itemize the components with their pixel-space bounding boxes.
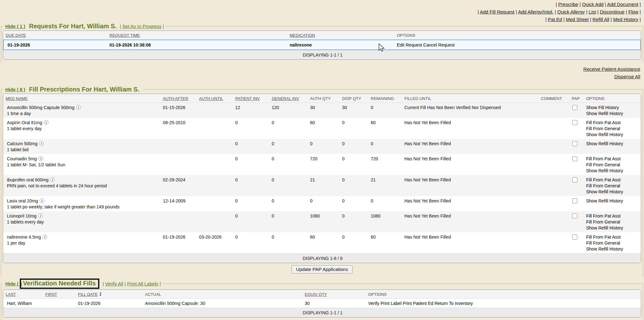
fill-date-cell: 01-19-2026: [75, 299, 142, 308]
row-options: Fill From Pat Asst Fill From General Sho…: [586, 234, 638, 252]
quick-add-link[interactable]: Quick Add: [582, 2, 603, 7]
add-fill-request-link[interactable]: Add Fill Request: [480, 9, 514, 14]
fill-from-pat-asst-link[interactable]: Fill From Pat Asst: [586, 177, 638, 183]
discontinue-link[interactable]: Discontinue: [600, 9, 625, 14]
show-refill-history-link[interactable]: Show Refill History: [586, 198, 638, 204]
edit-request-link[interactable]: Edit Request: [397, 42, 422, 47]
med-sheet-link[interactable]: Med Sheet: [566, 17, 589, 22]
med-name-cell: Lasix oral 20mgi 1 tablet po weekly; tak…: [3, 196, 160, 211]
hide-fill-link[interactable]: Hide ( 8 ): [5, 87, 25, 92]
fill-from-general-link[interactable]: Fill From General: [586, 240, 638, 246]
sort-icon: ↧: [99, 292, 103, 297]
info-icon[interactable]: i: [38, 156, 43, 161]
column-header[interactable]: EQUIV QTY: [302, 290, 366, 299]
auth-qty-cell: 21: [308, 175, 340, 196]
show-refill-history-link[interactable]: Show Refill History: [586, 132, 638, 138]
column-header[interactable]: FIRST: [43, 290, 75, 299]
add-document-link[interactable]: Add Document: [607, 2, 638, 7]
fill-from-pat-asst-link[interactable]: Fill From Pat Asst: [586, 213, 638, 219]
verify-link[interactable]: Verify: [368, 301, 379, 306]
print-patient-ed-link[interactable]: Print Patient Ed: [403, 301, 433, 306]
column-header[interactable]: MED NAME: [3, 94, 160, 103]
column-header[interactable]: DUE DATE: [3, 31, 107, 40]
update-pap-button[interactable]: Update PAP Applications: [291, 265, 352, 273]
refill-all-link[interactable]: Refill All: [592, 17, 609, 22]
verify-all-link[interactable]: Verify All: [105, 281, 123, 286]
med-name-cell: Lisinopril 10mgi 1 tablets every day: [3, 211, 160, 232]
dispense-all-link[interactable]: Dispense All: [0, 73, 640, 80]
column-header[interactable]: MEDICATION: [287, 31, 394, 40]
print-all-labels-link[interactable]: Print All Labels: [127, 281, 158, 286]
last-name-cell: Hart, William: [3, 299, 43, 308]
column-header[interactable]: GENERAL INV: [269, 94, 308, 103]
fill-from-general-link[interactable]: Fill From General: [586, 162, 638, 168]
show-refill-history-link[interactable]: Show Refill History: [586, 225, 638, 231]
column-header[interactable]: AUTH AFTER: [160, 94, 197, 103]
prescribe-link[interactable]: Prescribe: [558, 2, 578, 7]
show-refill-history-link[interactable]: Show Refill History: [586, 141, 638, 147]
comment-cell: [538, 232, 569, 253]
pap-checkbox[interactable]: [572, 234, 577, 240]
info-icon[interactable]: i: [50, 177, 55, 182]
set-as-in-progress-link[interactable]: Set As In Progress: [122, 24, 161, 29]
fill-from-pat-asst-link[interactable]: Fill From Pat Asst: [586, 234, 638, 240]
pap-checkbox[interactable]: [572, 120, 577, 125]
quick-links-row: | Add Fill Request | Add Allergy/Intol. …: [478, 8, 641, 16]
column-header[interactable]: PATIENT INV: [233, 94, 269, 103]
add-allergy-intol-link[interactable]: Add Allergy/Intol.: [518, 9, 553, 14]
column-header[interactable]: LAST: [3, 290, 43, 299]
pap-checkbox[interactable]: [572, 156, 577, 161]
column-header[interactable]: AUTH UNTIL: [197, 94, 233, 103]
med-sig: PRN pain, not to exceed 4 tablets in 24 …: [7, 183, 158, 189]
print-label-link[interactable]: Print Label: [380, 301, 402, 306]
med-history-link[interactable]: Med History: [613, 17, 638, 22]
pap-checkbox[interactable]: [572, 177, 577, 182]
column-header-label: GENERAL INV: [272, 96, 299, 101]
column-header: ACTUAL: [142, 290, 302, 299]
verification-section-actions: | Verify All | Print All Labels |: [103, 281, 161, 286]
med-sig: 1 tablets every day: [7, 219, 158, 225]
show-refill-history-link[interactable]: Show Refill History: [586, 111, 638, 117]
column-header: FILLED UNTIL: [402, 94, 538, 103]
info-icon[interactable]: i: [76, 105, 81, 110]
column-header[interactable]: REQUEST TIME: [107, 31, 287, 40]
list-link[interactable]: List: [589, 9, 596, 14]
info-icon[interactable]: i: [42, 234, 47, 239]
fill-from-general-link[interactable]: Fill From General: [586, 183, 638, 189]
disp-qty-cell: 0: [340, 211, 368, 232]
fill-from-general-link[interactable]: Fill From General: [586, 219, 638, 225]
pap-checkbox[interactable]: [572, 141, 577, 146]
cancel-request-link[interactable]: Cancel Request: [423, 42, 455, 47]
options-cell: Show Refill History: [584, 139, 641, 154]
flow-link[interactable]: Flow: [628, 9, 638, 14]
patient-inv-cell: 0: [233, 139, 269, 154]
pap-checkbox[interactable]: [572, 213, 577, 218]
info-icon[interactable]: i: [39, 141, 44, 146]
show-refill-history-link[interactable]: Show Refill History: [586, 168, 638, 174]
info-icon[interactable]: i: [44, 120, 48, 125]
med-name: Amoxicillin 500mg Capsule 500mg: [7, 105, 75, 110]
column-header[interactable]: FILL DATE↧: [75, 290, 142, 299]
row-options: Show Refill History: [586, 198, 638, 204]
prescription-row: Aspirin Oral 81mgi 1 tablet every day 08…: [3, 118, 641, 139]
show-refill-history-link[interactable]: Show Refill History: [586, 246, 638, 252]
remaining-cell: 0: [368, 139, 402, 154]
request-row[interactable]: 01-19-2026 01-19-2026 10:38:08 naltrexon…: [3, 40, 641, 50]
return-to-inventory-link[interactable]: Return To Inventory: [435, 301, 473, 306]
pap-checkbox[interactable]: [572, 198, 577, 203]
show-fill-history-link[interactable]: Show Fill History: [586, 105, 638, 111]
pap-cell: [569, 196, 584, 211]
receive-patient-assistance-link[interactable]: Receive Patient Assistance: [0, 65, 640, 73]
info-icon[interactable]: i: [40, 198, 44, 203]
show-refill-history-link[interactable]: Show Refill History: [586, 189, 638, 195]
quick-allergy-link[interactable]: Quick Allergy: [557, 9, 585, 14]
info-icon[interactable]: i: [38, 213, 43, 218]
pap-checkbox[interactable]: [572, 105, 577, 110]
fill-from-pat-asst-link[interactable]: Fill From Pat Asst: [586, 120, 638, 126]
fill-from-pat-asst-link[interactable]: Fill From Pat Asst: [586, 156, 638, 162]
pat-ed-link[interactable]: Pat.Ed: [548, 17, 562, 22]
fill-from-general-link[interactable]: Fill From General: [586, 126, 638, 132]
requests-section: Hide ( 1 ) Requests For Hart, William S.…: [1, 23, 643, 62]
hide-requests-link[interactable]: Hide ( 1 ): [5, 24, 25, 29]
med-name: ibuprofen oral 600mg: [7, 177, 48, 182]
